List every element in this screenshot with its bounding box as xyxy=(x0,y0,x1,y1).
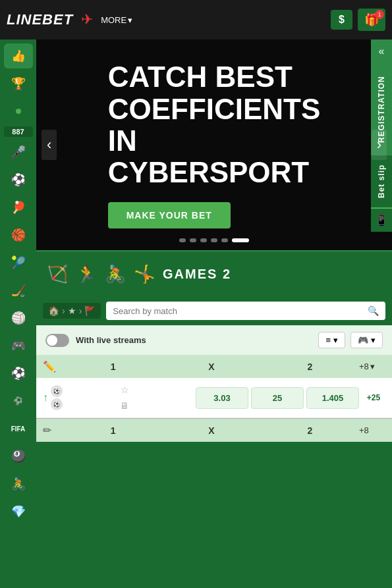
match-actions-1: ☆ 🖥 xyxy=(118,383,131,412)
hero-dot-6[interactable] xyxy=(232,238,249,242)
sidebar-item-basketball[interactable]: 🏀 xyxy=(4,223,33,248)
hero-title-line1: CATCH BEST xyxy=(108,61,321,93)
odds-col-x: X xyxy=(162,361,260,372)
sidebar-item-esport[interactable]: 🎤 xyxy=(4,140,33,165)
filter-breadcrumb: 🏠 › ★ › 🚩 xyxy=(43,303,101,319)
hero-title-line4: CYBERSPORT xyxy=(108,157,321,188)
main-layout: 👍 🏆 887 🎤 ⚽ 🏓 🏀 🎾 🏒 🏐 🎮 ⚽ ⚽ FIFA 🎱 🚴 💎 C… xyxy=(0,40,392,588)
odds-col2-1: 1 xyxy=(64,425,162,436)
sidebar-item-soccer[interactable]: ⚽ xyxy=(4,388,33,414)
odds-header-2: ✏ 1 X 2 +8 xyxy=(36,418,392,442)
games-banner: 🏹 🏃 🚴 🤸 GAMES 2 xyxy=(36,250,392,296)
sidebar-item-volleyball[interactable]: 🏐 xyxy=(4,306,33,331)
odds-col-2: 2 xyxy=(261,361,359,372)
odds-col2-x: X xyxy=(162,425,260,436)
nav-sep2: › xyxy=(79,306,82,316)
view-buttons: ≡ ▾ 🎮 ▾ xyxy=(318,332,383,348)
search-input[interactable] xyxy=(113,306,364,316)
betslip-button[interactable]: Bet slip xyxy=(371,155,392,208)
hero-dot-1[interactable] xyxy=(179,238,186,242)
star-icon[interactable]: ★ xyxy=(68,306,76,316)
more-chevron-icon: ▾ xyxy=(128,15,132,25)
hero-dot-2[interactable] xyxy=(190,238,196,242)
hero-prev-button[interactable]: ‹ xyxy=(42,130,57,160)
sidebar-item-hockey[interactable]: 🏒 xyxy=(4,278,33,303)
odds-btn-x[interactable]: 25 xyxy=(251,387,304,409)
sidebar-item-tennis[interactable]: 🎾 xyxy=(4,250,33,275)
hero-banner: CATCH BEST COEFFICIENTS IN CYBERSPORT MA… xyxy=(36,40,392,250)
dollar-button[interactable]: $ xyxy=(331,10,352,30)
collapse-button[interactable]: « xyxy=(371,40,392,63)
odds-more-label: +8 ▾ xyxy=(359,361,385,371)
monitor-button[interactable]: 🖥 xyxy=(118,399,131,412)
odds-btn-1[interactable]: 3.03 xyxy=(196,387,248,409)
live-bar: With live streams ≡ ▾ 🎮 ▾ xyxy=(36,325,392,355)
hero-title-line2: COEFFICIENTS xyxy=(108,94,321,125)
sidebar-item-football2[interactable]: ⚽ xyxy=(4,361,33,386)
list-view-button[interactable]: ≡ ▾ xyxy=(318,332,345,348)
team1-logo: ⚽ xyxy=(51,385,63,397)
sidebar-item-gaming[interactable]: 🎮 xyxy=(4,333,33,358)
sidebar-item-billiards[interactable]: 🎱 xyxy=(4,444,33,469)
logo: LINEBET xyxy=(7,11,73,28)
odds-sport-icon-2: ✏ xyxy=(43,424,64,437)
sidebar: 👍 🏆 887 🎤 ⚽ 🏓 🏀 🎾 🏒 🏐 🎮 ⚽ ⚽ FIFA 🎱 🚴 💎 xyxy=(0,40,36,588)
sidebar-item-cycling[interactable]: 🚴 xyxy=(4,471,33,496)
home-icon[interactable]: 🏠 xyxy=(48,306,59,316)
match-row-1: ↑ ⚽ ⚽ xyxy=(36,378,392,418)
more-label: MORE xyxy=(101,15,126,25)
game-view-button[interactable]: 🎮 ▾ xyxy=(350,332,383,348)
hero-next-button[interactable]: › xyxy=(372,130,387,160)
live-streams-toggle[interactable] xyxy=(45,334,69,347)
odds-header: ✏️ 1 X 2 +8 ▾ xyxy=(36,355,392,378)
sidebar-item-competitions[interactable]: 🏆 xyxy=(4,71,33,96)
header: LINEBET ✈ MORE ▾ $ 🎁 1 xyxy=(0,0,392,40)
plane-icon: ✈ xyxy=(81,11,93,28)
sidebar-item-tabletennis[interactable]: 🏓 xyxy=(4,195,33,220)
odds-sport-icon: ✏️ xyxy=(43,360,64,373)
sidebar-item-diamond[interactable]: 💎 xyxy=(4,499,33,524)
match-team2: ⚽ xyxy=(51,398,63,410)
more-menu[interactable]: MORE ▾ xyxy=(101,15,132,25)
sidebar-item-favorites[interactable]: 👍 xyxy=(4,43,33,68)
nav-sep1: › xyxy=(62,306,65,316)
sidebar-item-live xyxy=(4,99,33,124)
team2-logo: ⚽ xyxy=(51,398,63,410)
hero-dots xyxy=(179,238,249,242)
search-box: 🔍 xyxy=(106,302,385,320)
odds-row-1: 3.03 25 1.405 +25 xyxy=(131,387,385,409)
mobile-button[interactable]: 📱 xyxy=(371,208,392,232)
flag-icon[interactable]: 🚩 xyxy=(84,306,96,316)
trending-up-icon: ↑ xyxy=(43,392,48,404)
hero-cta-button[interactable]: MAKE YOUR BET xyxy=(108,202,231,228)
odds-more2-label: +8 xyxy=(359,425,385,435)
hero-title-line3: IN xyxy=(108,125,321,157)
live-dot-icon xyxy=(16,109,21,114)
content-area: CATCH BEST COEFFICIENTS IN CYBERSPORT MA… xyxy=(36,40,392,588)
gift-badge: 1 xyxy=(375,10,384,19)
hero-dot-3[interactable] xyxy=(200,238,207,242)
list-dropdown-icon: ▾ xyxy=(333,335,338,345)
sidebar-item-fifa[interactable]: FIFA xyxy=(4,416,33,441)
games-cycling-icon: 🚴 xyxy=(105,264,126,284)
favorite-button[interactable]: ☆ xyxy=(118,383,131,396)
games-gymnastics-icon: 🤸 xyxy=(134,264,155,284)
search-icon: 🔍 xyxy=(368,306,379,316)
sidebar-count-badge: 887 xyxy=(4,126,33,137)
hero-text: CATCH BEST COEFFICIENTS IN CYBERSPORT MA… xyxy=(95,61,334,228)
games-title: GAMES 2 xyxy=(163,267,231,282)
match-info-1: ↑ ⚽ ⚽ xyxy=(43,385,115,410)
gift-button[interactable]: 🎁 1 xyxy=(358,9,385,31)
games-archery-icon: 🏹 xyxy=(47,264,68,284)
sidebar-item-football[interactable]: ⚽ xyxy=(4,167,33,192)
odds-btn-2[interactable]: 1.405 xyxy=(306,387,359,409)
live-streams-label: With live streams xyxy=(76,335,146,345)
match-team1: ⚽ xyxy=(51,385,63,397)
filter-bar: 🏠 › ★ › 🚩 🔍 xyxy=(36,296,392,325)
odds-col-1: 1 xyxy=(64,361,162,372)
odds-col2-2: 2 xyxy=(261,425,359,436)
gamepad-icon: 🎮 xyxy=(358,335,368,345)
hero-dot-4[interactable] xyxy=(211,238,217,242)
odds-more-button[interactable]: +25 xyxy=(362,387,385,409)
hero-dot-5[interactable] xyxy=(221,238,228,242)
